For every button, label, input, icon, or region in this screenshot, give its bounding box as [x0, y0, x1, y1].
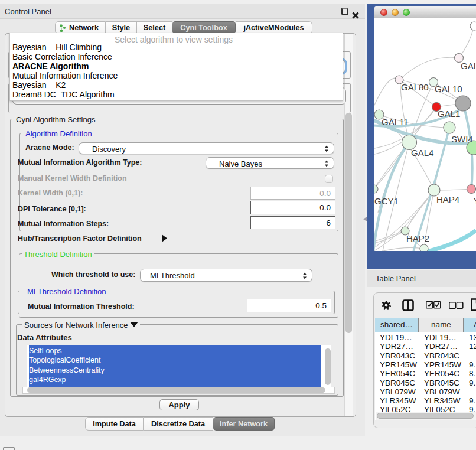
svg-text:SWI4: SWI4 — [451, 134, 473, 144]
svg-text:GAL1: GAL1 — [438, 109, 460, 119]
svg-text:HAP4: HAP4 — [436, 194, 459, 204]
svg-text:Y: Y — [474, 196, 476, 206]
svg-text:GAL80: GAL80 — [401, 82, 429, 92]
svg-text:GAL4: GAL4 — [411, 148, 433, 158]
svg-text:GCY1: GCY1 — [374, 196, 399, 206]
svg-text:GAL: GAL — [461, 61, 476, 71]
svg-text:GAL11: GAL11 — [382, 117, 409, 127]
svg-text:HAP2: HAP2 — [406, 233, 429, 243]
svg-text:GAL10: GAL10 — [435, 84, 462, 94]
